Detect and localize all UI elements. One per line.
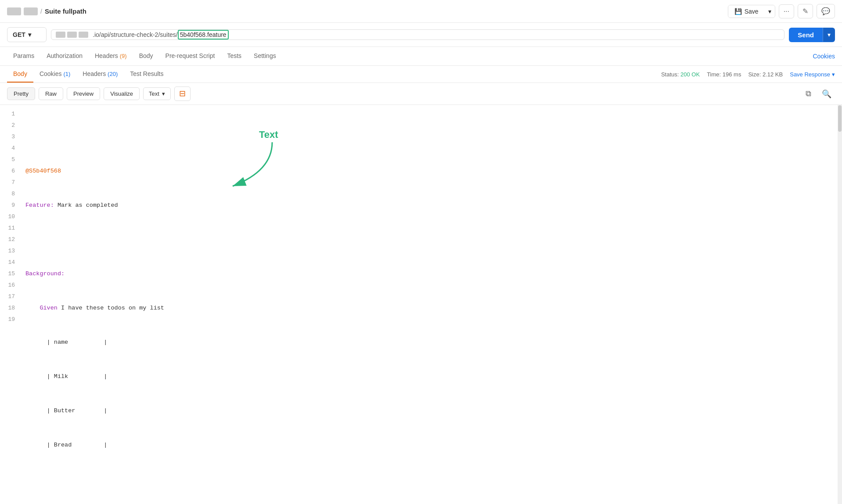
line-num-9: 9 <box>0 200 22 211</box>
breadcrumb-block-2 <box>24 7 38 15</box>
view-preview-button[interactable]: Preview <box>67 87 100 100</box>
line-num-17: 17 <box>0 291 22 302</box>
resp-tab-test-results[interactable]: Test Results <box>124 66 169 83</box>
line-num-3: 3 <box>0 131 22 143</box>
response-tabs: Body Cookies (1) Headers (20) Test Resul… <box>0 66 842 83</box>
line-num-19: 19 <box>0 314 22 325</box>
view-visualize-button[interactable]: Visualize <box>104 87 140 100</box>
save-button-group: 💾 Save ▾ <box>728 5 775 18</box>
search-icon: 🔍 <box>822 90 831 98</box>
line-num-14: 14 <box>0 257 22 268</box>
save-button[interactable]: 💾 Save <box>728 5 765 18</box>
size-label: Size: 2.12 KB <box>748 71 783 78</box>
url-input-wrapper[interactable]: .io/api/structure-check-2/suites/ 5b40f5… <box>51 29 784 40</box>
toolbar-right-actions: ⧉ 🔍 <box>802 87 835 101</box>
save-response-button[interactable]: Save Response ▾ <box>790 71 835 78</box>
send-chevron-button[interactable]: ▾ <box>823 28 835 42</box>
status-label-text: Status: <box>661 71 679 78</box>
tab-params[interactable]: Params <box>7 47 40 65</box>
top-bar: / Suite fullpath 💾 Save ▾ ··· ✎ 💬 <box>0 0 842 23</box>
code-line-6: Given I have these todos on my list <box>25 302 842 314</box>
status-value: 200 OK <box>680 71 700 78</box>
filter-icon: ⊟ <box>179 89 186 98</box>
scrollbar-thumb <box>838 105 842 132</box>
tab-body[interactable]: Body <box>133 47 159 65</box>
breadcrumb-block-1 <box>7 7 21 15</box>
method-select[interactable]: GET ▾ <box>7 27 47 42</box>
scrollbar[interactable] <box>838 105 842 504</box>
url-block-2 <box>67 32 77 38</box>
line-num-15: 15 <box>0 268 22 280</box>
edit-button[interactable]: ✎ <box>798 4 813 18</box>
method-chevron-icon: ▾ <box>28 31 31 38</box>
tab-authorization[interactable]: Authorization <box>40 47 89 65</box>
resp-tab-body[interactable]: Body <box>7 66 33 83</box>
resp-tab-headers[interactable]: Headers (20) <box>76 66 124 83</box>
breadcrumb-area: / Suite fullpath <box>7 7 728 15</box>
line-num-11: 11 <box>0 223 22 234</box>
breadcrumb-title: Suite fullpath <box>45 7 86 15</box>
url-block-3 <box>79 32 88 38</box>
line-num-5: 5 <box>0 154 22 166</box>
code-line-11 <box>25 474 842 485</box>
copy-button[interactable]: ⧉ <box>802 87 815 101</box>
line-num-18: 18 <box>0 302 22 314</box>
code-content[interactable]: @S5b40f568 Feature: Mark as completed Ba… <box>22 105 842 504</box>
status-label: Status: 200 OK <box>661 71 700 78</box>
line-num-12: 12 <box>0 234 22 245</box>
line-num-7: 7 <box>0 177 22 188</box>
format-select[interactable]: Text ▾ <box>143 87 171 100</box>
save-response-chevron-icon: ▾ <box>832 71 835 78</box>
code-line-1 <box>25 131 842 143</box>
main-content: 1 2 3 4 5 6 7 8 9 10 11 12 13 14 15 16 1… <box>0 105 842 504</box>
tab-headers[interactable]: Headers (9) <box>89 47 133 65</box>
code-line-4 <box>25 234 842 245</box>
url-prefix-blocks <box>51 32 93 38</box>
time-label: Time: 196 ms <box>707 71 741 78</box>
code-area: 1 2 3 4 5 6 7 8 9 10 11 12 13 14 15 16 1… <box>0 105 842 504</box>
send-button[interactable]: Send <box>789 28 823 42</box>
save-label: Save <box>745 8 759 15</box>
method-value: GET <box>13 31 25 38</box>
tab-settings[interactable]: Settings <box>248 47 282 65</box>
view-pretty-button[interactable]: Pretty <box>7 87 35 100</box>
top-bar-actions: 💾 Save ▾ ··· ✎ 💬 <box>728 4 835 18</box>
line-num-4: 4 <box>0 143 22 154</box>
send-button-group: Send ▾ <box>789 28 835 42</box>
line-num-2: 2 <box>0 120 22 131</box>
url-highlighted-segment: 5b40f568.feature <box>178 30 229 40</box>
comment-button[interactable]: 💬 <box>817 4 835 18</box>
line-num-8: 8 <box>0 188 22 200</box>
view-raw-button[interactable]: Raw <box>39 87 63 100</box>
code-line-3: Feature: Mark as completed <box>25 200 842 211</box>
code-line-8: | Milk | <box>25 371 842 382</box>
search-button[interactable]: 🔍 <box>818 87 835 101</box>
code-line-9: | Butter | <box>25 405 842 417</box>
request-tabs: Params Authorization Headers (9) Body Pr… <box>0 47 842 66</box>
copy-icon: ⧉ <box>806 89 811 98</box>
response-meta: Status: 200 OK Time: 196 ms Size: 2.12 K… <box>661 71 835 78</box>
response-toolbar: Pretty Raw Preview Visualize Text ▾ ⊟ ⧉ … <box>0 83 842 105</box>
code-line-2: @S5b40f568 <box>25 166 842 177</box>
code-line-7: | name | <box>25 337 842 348</box>
resp-tab-cookies[interactable]: Cookies (1) <box>33 66 76 83</box>
url-block-1 <box>56 32 65 38</box>
line-num-6: 6 <box>0 166 22 177</box>
save-chevron-button[interactable]: ▾ <box>765 5 775 18</box>
filter-button[interactable]: ⊟ <box>174 86 191 101</box>
line-num-1: 1 <box>0 108 22 120</box>
more-options-button[interactable]: ··· <box>779 4 794 18</box>
url-prefix-text: .io/api/structure-check-2/suites/ <box>93 31 178 38</box>
tab-pre-request-script[interactable]: Pre-request Script <box>159 47 221 65</box>
line-num-13: 13 <box>0 245 22 257</box>
breadcrumb-separator: / <box>40 8 42 15</box>
cookies-link[interactable]: Cookies <box>813 47 835 65</box>
url-bar: GET ▾ .io/api/structure-check-2/suites/ … <box>0 23 842 47</box>
format-chevron-icon: ▾ <box>162 90 165 97</box>
line-numbers: 1 2 3 4 5 6 7 8 9 10 11 12 13 14 15 16 1… <box>0 105 22 504</box>
code-line-10: | Bread | <box>25 439 842 451</box>
code-line-5: Background: <box>25 268 842 280</box>
line-num-10: 10 <box>0 211 22 223</box>
line-num-16: 16 <box>0 280 22 291</box>
tab-tests[interactable]: Tests <box>221 47 248 65</box>
